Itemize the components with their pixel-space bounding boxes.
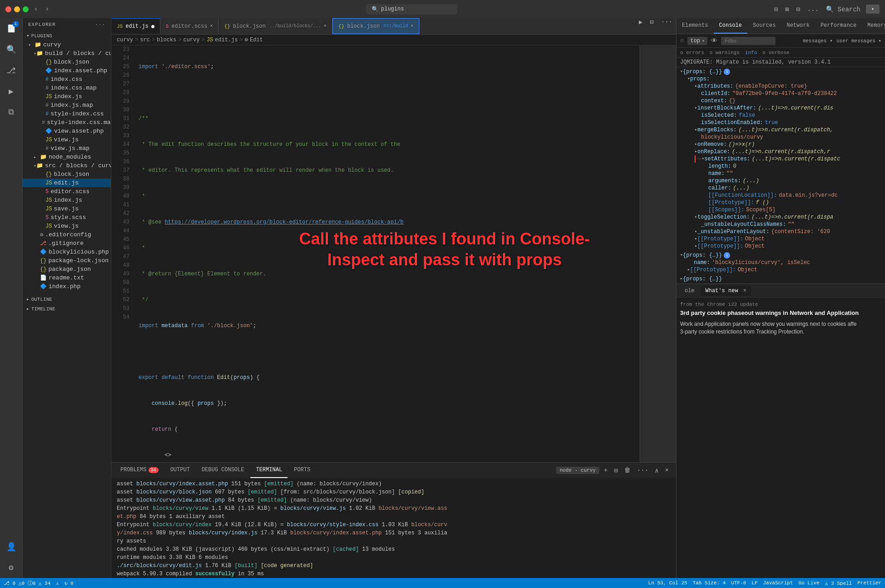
sidebar-item-index-js-map[interactable]: ▸ # index.js.map: [23, 101, 111, 110]
split-terminal-icon[interactable]: ⊟: [612, 466, 620, 475]
maximize-button[interactable]: [23, 6, 29, 12]
grid-icon[interactable]: ⊟: [795, 5, 802, 14]
chevron-down-icon[interactable]: ▾: [702, 38, 705, 44]
line-ending[interactable]: LF: [751, 580, 757, 586]
code-editor[interactable]: import './editor.scss'; /** * The edit f…: [133, 45, 640, 462]
search-bar[interactable]: 🔍 plugins: [366, 4, 457, 15]
close-button[interactable]: [5, 6, 11, 12]
debug-icon[interactable]: ▶: [5, 85, 18, 98]
git-status[interactable]: ⎇ 0 △0 ⓘ0 △ 34: [4, 580, 50, 587]
more-terminal-icon[interactable]: ···: [635, 466, 650, 475]
tab-block-json-src[interactable]: {} block.json ==:/build ×: [333, 18, 419, 34]
sidebar-item-build-blocks-curvy[interactable]: ▾ 📁 build / blocks / curvy: [23, 49, 111, 58]
minimize-button[interactable]: [14, 6, 20, 12]
sidebar-item-index-css[interactable]: ▸ # index.css: [23, 75, 111, 84]
devtools-tab-elements[interactable]: Elements: [676, 18, 714, 34]
sidebar-item-index-js2[interactable]: ▸ JS index.js: [23, 196, 111, 204]
split-editor-icon[interactable]: ⊟: [646, 18, 657, 34]
sidebar-item-blockylicious-php[interactable]: ▸ 🔷 blockylicious.php: [23, 248, 111, 256]
sidebar-item-style-scss[interactable]: ▸ S style.scss: [23, 213, 111, 222]
sidebar-item-src-blocks-curvy[interactable]: ▾ 📁 src / blocks / curvy: [23, 161, 111, 170]
devtools-tab-network[interactable]: Network: [781, 18, 815, 34]
devtools-tab-memory[interactable]: Memory: [862, 18, 885, 34]
sidebar-item-curvy[interactable]: ▾ 📁 curvy: [23, 40, 111, 49]
clear-console-icon[interactable]: ⊘: [680, 37, 684, 45]
account-icon[interactable]: 👤: [5, 540, 18, 553]
tab-editor-scss[interactable]: S editor.scss ×: [160, 18, 219, 34]
sidebar-item-index-php[interactable]: ▸ 🔷 index.php: [23, 282, 111, 291]
devtools-tab-console[interactable]: Console: [714, 18, 747, 34]
sidebar-item-block-json2[interactable]: ▸ {} block.json: [23, 170, 111, 179]
verbose-label[interactable]: o verbose: [762, 50, 789, 55]
sidebar-item-package-lock-json[interactable]: ▸ {} package-lock.json: [23, 256, 111, 265]
sidebar-item-view-js2[interactable]: ▸ JS view.js: [23, 222, 111, 230]
sidebar-item-view-js[interactable]: ▸ JS view.js: [23, 135, 111, 144]
sidebar-item-package-json[interactable]: ▸ {} package.json: [23, 265, 111, 274]
sidebar-item-style-index-css-map[interactable]: ▸ # style-index.css.map: [23, 118, 111, 127]
user-messages-dropdown[interactable]: user messages ▾: [836, 38, 881, 44]
devtools-tab-sources[interactable]: Sources: [747, 18, 781, 34]
trash-icon[interactable]: 🗑: [622, 466, 632, 475]
tab-terminal[interactable]: TERMINAL: [250, 463, 288, 478]
tab-block-json-build[interactable]: {} block.json ../build/blocks/... ×: [219, 18, 332, 34]
explorer-icon[interactable]: 📄 1: [5, 22, 18, 35]
sidebar-item-style-index-css[interactable]: ▸ # style-index.css: [23, 110, 111, 118]
sidebar-item-view-js-map[interactable]: ▸ # view.js.map: [23, 144, 111, 153]
errors-label[interactable]: o errors: [680, 50, 704, 55]
plugins-section-header[interactable]: ▾ PLUGINS: [23, 31, 111, 40]
sidebar-item-gitignore[interactable]: ▸ ⎇ .gitignore: [23, 239, 111, 248]
sidebar-item-readme-txt[interactable]: ▸ 📄 readme.txt: [23, 274, 111, 282]
messages-dropdown[interactable]: messages ▾: [803, 38, 833, 44]
layout-icon[interactable]: ⊟: [772, 5, 780, 14]
sidebar-item-save-js[interactable]: ▸ JS save.js: [23, 204, 111, 213]
more-actions-icon[interactable]: ···: [657, 18, 676, 34]
tab-edit-js[interactable]: JS edit.js: [111, 18, 160, 34]
prettier[interactable]: Prettier: [857, 580, 881, 586]
go-live[interactable]: Go Live: [799, 580, 820, 586]
sidebar-item-editorconfig[interactable]: ▸ ⚙ .editorconfig: [23, 230, 111, 239]
sidebar-item-editor-scss[interactable]: ▸ S editor.scss: [23, 187, 111, 196]
warnings-label[interactable]: o warnings: [710, 50, 740, 55]
search-icon2[interactable]: 🔍 Search: [824, 5, 862, 14]
sidebar-item-index-css-map[interactable]: ▸ # index.css.map: [23, 84, 111, 92]
chevron-up-icon[interactable]: ∧: [653, 466, 660, 475]
add-terminal-icon[interactable]: +: [602, 466, 609, 475]
search-activity-icon[interactable]: 🔍: [5, 43, 18, 56]
devtools-tab-performance[interactable]: Performance: [815, 18, 862, 34]
git-icon[interactable]: ⎇: [5, 64, 18, 77]
language[interactable]: JavaScript: [763, 580, 793, 586]
sidebar-item-block-json[interactable]: ▸ {} block.json: [23, 58, 111, 66]
encoding[interactable]: UTF-8: [731, 580, 746, 586]
sidebar-item-index-asset-php[interactable]: ▸ 🔷 index.asset.php: [23, 66, 111, 75]
sidebar-more-icon[interactable]: ···: [95, 22, 105, 27]
sidebar-item-edit-js[interactable]: ▸ JS edit.js: [23, 179, 111, 187]
profile-icon[interactable]: ▾: [866, 5, 880, 14]
back-icon[interactable]: ‹: [32, 5, 40, 14]
sync-icon[interactable]: ↻ 0: [65, 580, 74, 586]
spell[interactable]: △ 3 Spell: [825, 580, 852, 586]
info-label[interactable]: info: [745, 50, 757, 55]
tab-debug-console[interactable]: DEBUG CONSOLE: [196, 463, 250, 478]
extensions-icon[interactable]: ⧉: [5, 105, 18, 119]
timeline-section-header[interactable]: ▸ TIMELINE: [23, 304, 111, 314]
devtools-tab2-whatsnew[interactable]: What's new ×: [701, 286, 751, 296]
tab-ports[interactable]: PORTS: [288, 463, 316, 478]
tab-problems[interactable]: PROBLEMS 34: [115, 463, 164, 478]
settings-icon[interactable]: ⚙: [5, 561, 18, 574]
forward-icon[interactable]: ›: [43, 5, 50, 14]
devtools-tab2-ole[interactable]: ole: [680, 286, 699, 296]
split-icon[interactable]: ⊞: [783, 5, 791, 14]
close-tab-icon[interactable]: ×: [743, 288, 746, 294]
terminal-node-label[interactable]: node - curvy: [556, 467, 599, 474]
run-icon[interactable]: ▶: [635, 18, 646, 34]
close-icon[interactable]: ×: [324, 24, 327, 29]
close-icon[interactable]: ×: [210, 24, 213, 29]
tab-size[interactable]: Tab Size: 4: [693, 580, 726, 586]
close-panel-icon[interactable]: ×: [663, 466, 671, 475]
sidebar-item-node-modules[interactable]: ▸ 📁 node_modules: [23, 153, 111, 161]
sidebar-item-index-js[interactable]: ▸ JS index.js: [23, 92, 111, 101]
inspect-icon[interactable]: 👁: [711, 37, 717, 45]
more-icon[interactable]: ...: [805, 5, 820, 14]
tab-output[interactable]: OUTPUT: [165, 463, 195, 478]
filter-input[interactable]: [721, 37, 776, 45]
